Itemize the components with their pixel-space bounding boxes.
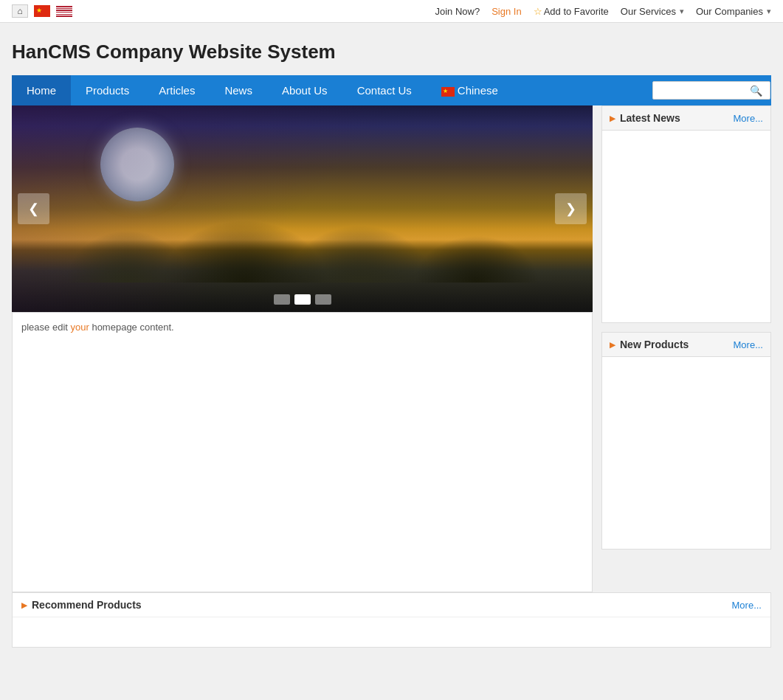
page-title-area: HanCMS Company Website System <box>0 23 783 75</box>
recommend-header: Recommend Products More... <box>13 593 770 617</box>
nav-articles[interactable]: Articles <box>144 75 210 105</box>
latest-news-section: Latest News More... <box>601 105 771 323</box>
sign-in-link[interactable]: Sign In <box>491 6 521 17</box>
navbar-search: 🔍 <box>646 78 771 103</box>
new-products-section: New Products More... <box>601 332 771 550</box>
latest-news-more[interactable]: More... <box>734 113 763 124</box>
join-now-link[interactable]: Join Now? <box>435 6 480 17</box>
home-icon[interactable]: ⌂ <box>12 4 28 18</box>
nav-news[interactable]: News <box>210 75 267 105</box>
chinese-flag-icon[interactable] <box>34 5 50 17</box>
chinese-nav-flag-icon <box>441 87 455 97</box>
nav-products[interactable]: Products <box>71 75 144 105</box>
nav-home[interactable]: Home <box>12 75 71 105</box>
homepage-text: please edit your homepage content. <box>21 322 583 333</box>
slide-dots <box>274 294 331 305</box>
nav-contact-us[interactable]: Contact Us <box>342 75 427 105</box>
content-area: ❮ ❯ please edit your homepage content. <box>12 105 771 592</box>
chevron-down-icon: ▾ <box>680 7 684 16</box>
page-title: HanCMS Company Website System <box>12 41 771 63</box>
our-services-dropdown[interactable]: Our Services ▾ <box>621 6 684 17</box>
recommend-title: Recommend Products <box>21 599 142 611</box>
homepage-content: please edit your homepage content. <box>12 312 593 592</box>
slide-prev-button[interactable]: ❮ <box>18 193 49 224</box>
top-bar-right: Join Now? Sign In ☆Add to Favorite Our S… <box>435 6 771 17</box>
chevron-down-icon: ▾ <box>767 7 771 16</box>
top-bar-left: ⌂ <box>12 4 72 18</box>
top-bar: ⌂ Join Now? Sign In ☆Add to Favorite Our… <box>0 0 783 23</box>
new-products-title: New Products <box>610 339 689 350</box>
recommend-section: Recommend Products More... <box>12 592 771 648</box>
slide-dot-3[interactable] <box>315 294 331 305</box>
recommend-more[interactable]: More... <box>732 600 762 611</box>
content-main: ❮ ❯ please edit your homepage content. <box>12 105 593 592</box>
slideshow-overlay <box>12 105 593 312</box>
english-flag-icon[interactable] <box>56 5 72 17</box>
new-products-more[interactable]: More... <box>734 339 763 350</box>
navbar: Home Products Articles News About Us Con… <box>12 75 771 105</box>
main-wrapper: Home Products Articles News About Us Con… <box>0 75 783 659</box>
slide-dot-2[interactable] <box>294 294 311 305</box>
star-icon: ☆ <box>534 6 542 17</box>
search-button[interactable]: 🔍 <box>750 85 762 97</box>
nav-chinese[interactable]: Chinese <box>427 75 513 105</box>
latest-news-title: Latest News <box>610 112 680 124</box>
add-to-favorite-link[interactable]: ☆Add to Favorite <box>534 6 609 17</box>
slideshow: ❮ ❯ <box>12 105 593 312</box>
nav-about-us[interactable]: About Us <box>267 75 342 105</box>
slide-dot-1[interactable] <box>274 294 290 305</box>
slideshow-image <box>12 105 593 312</box>
new-products-header: New Products More... <box>602 333 770 357</box>
new-products-body <box>602 357 770 549</box>
content-sidebar: Latest News More... New Products More... <box>601 105 771 592</box>
latest-news-header: Latest News More... <box>602 106 770 131</box>
edit-highlight: your <box>71 322 89 333</box>
latest-news-body <box>602 131 770 322</box>
our-companies-dropdown[interactable]: Our Companies ▾ <box>696 6 771 17</box>
recommend-body <box>13 617 770 647</box>
slide-next-button[interactable]: ❯ <box>555 193 587 224</box>
